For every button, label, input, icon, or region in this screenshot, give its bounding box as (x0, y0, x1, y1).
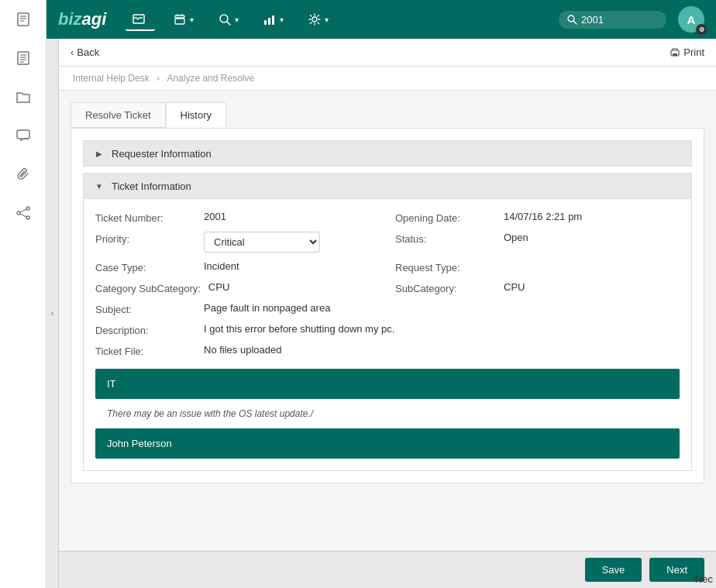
opening-date-value: 14/07/16 2:21 pm (504, 211, 582, 222)
svg-rect-9 (17, 130, 29, 139)
category-field: Category SubCategory: CPU (95, 281, 380, 294)
description-value: I got this error before shutting down my… (204, 323, 394, 335)
sidebar-icon-workflow[interactable] (12, 201, 35, 225)
sidebar-icon-doc2[interactable] (12, 46, 35, 70)
svg-rect-23 (268, 18, 270, 25)
breadcrumb-current: Analyze and Resolve (167, 73, 254, 84)
case-type-field: Case Type: Incident (95, 260, 380, 273)
status-label: Status: (395, 232, 496, 245)
requester-section-header[interactable]: ▶ Requester Information (83, 140, 692, 167)
case-type-value: Incident (204, 260, 239, 272)
nav-settings[interactable]: ▾ (301, 9, 335, 30)
request-type-label: Request Type: (395, 260, 496, 273)
sidebar-icon-folder[interactable] (12, 85, 35, 108)
requester-section-title: Requester Information (112, 148, 212, 160)
save-label: Save (602, 564, 625, 576)
nav-settings-chevron: ▾ (325, 15, 329, 24)
svg-point-11 (26, 207, 29, 210)
ticket-number-label: Ticket Number: (95, 211, 196, 224)
subject-label: Subject: (95, 302, 196, 315)
svg-rect-17 (175, 19, 184, 24)
svg-rect-16 (175, 15, 184, 18)
sidebar (0, 0, 46, 588)
back-button[interactable]: ‹ Back (71, 46, 99, 58)
print-button[interactable]: Print (670, 46, 704, 58)
page-content: ‹ Back Print Internal Help Desk › Analyz… (59, 39, 716, 588)
content-area: › ‹ Back Print Int (46, 39, 716, 588)
form-container: Resolve Ticket History ▶ Requester Infor… (59, 91, 716, 551)
svg-line-13 (20, 209, 26, 212)
ticket-file-value: No files uploaded (204, 344, 281, 356)
tab-history[interactable]: History (166, 102, 226, 128)
svg-line-21 (227, 22, 230, 25)
ticket-section-content: Ticket Number: 2001 Opening Date: 14/07/… (83, 199, 692, 471)
svg-rect-22 (264, 20, 267, 25)
subcategory-field: SubCategory: CPU (395, 281, 680, 294)
ticket-toggle-icon: ▼ (93, 180, 105, 192)
it-section: IT (95, 369, 680, 399)
ticket-section-title: Ticket Information (112, 181, 191, 192)
nav-cases[interactable]: ▾ (167, 9, 200, 30)
ticket-number-field: Ticket Number: 2001 (95, 211, 380, 224)
comment-content: There may be an issue with the OS latest… (107, 408, 313, 419)
sidebar-icon-attachment[interactable] (12, 163, 35, 186)
person-section-label: John Peterson (107, 438, 172, 449)
tabs: Resolve Ticket History (71, 102, 704, 128)
avatar-settings-icon: ⚙ (696, 24, 707, 35)
topnav: bizagi ▾ ▾ (46, 0, 716, 39)
svg-point-10 (17, 211, 20, 215)
breadcrumb-path: Internal Help Desk (73, 73, 150, 84)
back-label: Back (77, 46, 99, 58)
subject-value: Page fault in nonpaged area (204, 302, 330, 314)
avatar-container: A ⚙ (678, 6, 704, 33)
nav-reports[interactable]: ▾ (256, 9, 290, 30)
ticket-number-value: 2001 (204, 211, 226, 222)
subcategory-value: CPU (504, 281, 525, 293)
avatar-label: A (687, 13, 696, 26)
main-wrapper: bizagi ▾ ▾ (46, 0, 716, 588)
avatar-button[interactable]: A ⚙ (678, 6, 704, 33)
tab-resolve-ticket[interactable]: Resolve Ticket (71, 102, 166, 128)
sidebar-icon-chat[interactable] (12, 124, 35, 147)
opening-date-field: Opening Date: 14/07/16 2:21 pm (395, 211, 680, 224)
ticket-section-header[interactable]: ▼ Ticket Information (83, 173, 692, 199)
page-header: ‹ Back Print (59, 39, 716, 67)
ticket-file-label: Ticket File: (95, 344, 196, 357)
category-value: CPU (208, 281, 229, 293)
save-button[interactable]: Save (585, 558, 642, 582)
status-value: Open (504, 232, 528, 243)
tab-resolve-ticket-label: Resolve Ticket (85, 109, 151, 121)
next-label: Next (666, 564, 687, 576)
bottom-bar: Save Next (59, 551, 716, 588)
category-label: Category SubCategory: (95, 281, 201, 294)
tab-content: ▶ Requester Information ▼ Ticket Informa… (71, 128, 704, 483)
nav-reports-chevron: ▾ (280, 15, 284, 24)
request-type-field: Request Type: (395, 260, 680, 273)
priority-field: Priority: Critical Low Medium High (95, 232, 380, 253)
collapse-sidebar-btn[interactable]: › (46, 39, 59, 588)
description-field: Description: I got this error before shu… (95, 323, 680, 336)
priority-label: Priority: (95, 232, 196, 245)
description-label: Description: (95, 323, 196, 336)
sidebar-icon-doc1[interactable] (12, 8, 35, 31)
back-chevron-icon: ‹ (71, 46, 74, 58)
subcategory-label: SubCategory: (395, 281, 496, 294)
nav-search[interactable]: ▾ (212, 9, 245, 30)
comment-text: There may be an issue with the OS latest… (95, 399, 680, 428)
opening-date-label: Opening Date: (395, 211, 496, 224)
requester-toggle-icon: ▶ (93, 147, 105, 160)
print-label: Print (683, 46, 704, 58)
ticket-file-field: Ticket File: No files uploaded (95, 344, 680, 357)
search-input[interactable] (581, 14, 659, 26)
nec-label: Nec (695, 573, 713, 585)
nav-search-chevron: ▾ (235, 15, 239, 24)
search-box (559, 11, 666, 29)
tab-history-label: History (181, 109, 212, 121)
svg-point-25 (312, 17, 317, 22)
nav-inbox[interactable] (126, 8, 155, 31)
logo: bizagi (58, 9, 106, 29)
priority-select[interactable]: Critical Low Medium High (204, 232, 320, 253)
svg-line-14 (20, 214, 26, 217)
it-section-label: IT (107, 378, 116, 390)
breadcrumb: Internal Help Desk › Analyze and Resolve (59, 67, 716, 91)
